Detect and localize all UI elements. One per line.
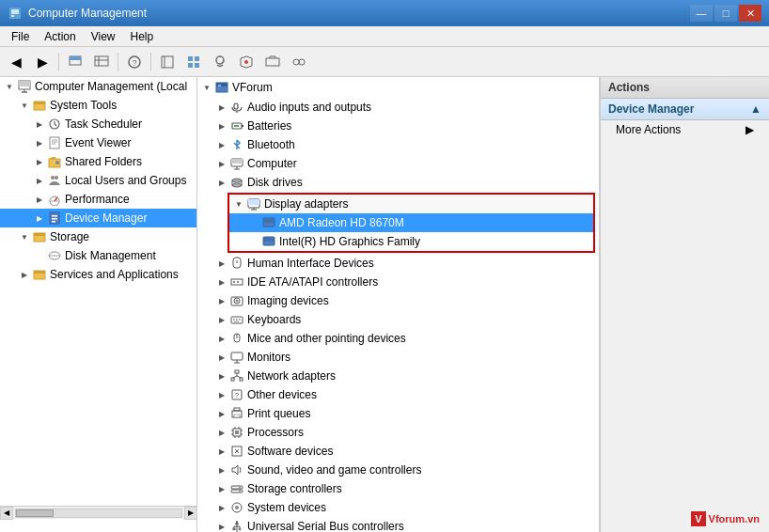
tree-imaging[interactable]: ▶ Imaging devices bbox=[197, 291, 599, 310]
tree-disk-management[interactable]: ▶ Disk Management bbox=[0, 246, 196, 265]
minimize-button[interactable]: — bbox=[690, 5, 713, 22]
tree-event-viewer[interactable]: ▶ Event Viewer bbox=[0, 133, 196, 152]
root-expand-arrow: ▼ bbox=[2, 79, 17, 94]
print-icon bbox=[229, 406, 244, 421]
monitors-label: Monitors bbox=[247, 351, 290, 364]
left-scroll-thumb[interactable] bbox=[16, 509, 54, 517]
menu-help[interactable]: Help bbox=[123, 28, 162, 45]
menu-view[interactable]: View bbox=[84, 28, 123, 45]
imaging-label: Imaging devices bbox=[247, 294, 329, 307]
tree-amd-radeon[interactable]: ▶ AMD Radeon HD 8670M bbox=[229, 213, 593, 232]
tree-vforum-root[interactable]: ▼ VForum bbox=[197, 77, 599, 98]
tree-network[interactable]: ▶ Network adapters bbox=[197, 367, 599, 385]
tree-computer[interactable]: ▶ Computer bbox=[197, 154, 599, 173]
left-scroll-track[interactable] bbox=[15, 509, 182, 518]
more-actions-arrow: ▶ bbox=[745, 123, 754, 136]
amd-expand: ▶ bbox=[246, 215, 261, 230]
toolbar-btn-4[interactable] bbox=[234, 51, 259, 73]
tree-storage[interactable]: ▼ Storage bbox=[0, 227, 196, 246]
tree-processors[interactable]: ▶ Processors bbox=[197, 423, 599, 442]
toolbar-btn-5[interactable] bbox=[260, 51, 285, 73]
actions-collapse-icon[interactable]: ▲ bbox=[750, 102, 761, 116]
services-arrow: ▶ bbox=[17, 267, 32, 282]
tree-storage-controllers[interactable]: ▶ Storage controllers bbox=[197, 479, 599, 498]
usb-label: Universal Serial Bus controllers bbox=[247, 520, 404, 532]
tree-display-adapters[interactable]: ▼ Display adapters bbox=[229, 195, 593, 213]
maximize-button[interactable]: □ bbox=[714, 5, 737, 22]
amd-radeon-label: AMD Radeon HD 8670M bbox=[279, 216, 404, 229]
disk-management-icon bbox=[47, 248, 62, 263]
left-scroll-right[interactable]: ▶ bbox=[184, 507, 197, 520]
menu-bar: File Action View Help bbox=[0, 26, 769, 47]
up-button[interactable] bbox=[63, 51, 87, 73]
tree-batteries[interactable]: ▶ Batteries bbox=[197, 117, 599, 135]
tree-shared-folders[interactable]: ▶ Shared Folders bbox=[0, 152, 196, 171]
svg-rect-94 bbox=[231, 378, 234, 381]
show-button[interactable] bbox=[89, 51, 114, 73]
tree-mice[interactable]: ▶ Mice and other pointing devices bbox=[197, 329, 599, 348]
svg-rect-1 bbox=[11, 9, 19, 14]
toolbar-btn-2[interactable] bbox=[181, 51, 206, 73]
more-actions-item[interactable]: More Actions ▶ bbox=[601, 120, 769, 139]
back-button[interactable]: ◀ bbox=[4, 51, 28, 73]
tree-software-devices[interactable]: ▶ Software devices bbox=[197, 442, 599, 461]
tree-device-manager[interactable]: ▶ Device Manager bbox=[0, 209, 196, 227]
tree-root[interactable]: ▼ Computer Management (Local bbox=[0, 77, 196, 96]
tree-audio[interactable]: ▶ Audio inputs and outputs bbox=[197, 98, 599, 117]
toolbar-btn-6[interactable] bbox=[287, 51, 311, 73]
svg-point-17 bbox=[244, 60, 248, 64]
task-scheduler-icon bbox=[47, 117, 62, 132]
shared-folders-label: Shared Folders bbox=[65, 155, 142, 168]
watermark: V Vforum.vn bbox=[691, 511, 760, 526]
tree-monitors[interactable]: ▶ Monitors bbox=[197, 348, 599, 367]
tree-services[interactable]: ▶ Services and Applications bbox=[0, 265, 196, 284]
hid-icon bbox=[229, 256, 244, 271]
hid-expand: ▶ bbox=[214, 256, 229, 271]
svg-rect-18 bbox=[266, 58, 279, 66]
left-scrollbar[interactable]: ◀ ▶ bbox=[0, 506, 197, 519]
other-expand: ▶ bbox=[214, 387, 229, 402]
tree-usb[interactable]: ▶ Universal Serial Bus controllers bbox=[197, 517, 599, 532]
svg-rect-102 bbox=[234, 408, 240, 411]
svg-rect-59 bbox=[234, 125, 239, 127]
menu-action[interactable]: Action bbox=[37, 28, 83, 45]
tree-performance[interactable]: ▶ Performance bbox=[0, 190, 196, 209]
tree-other-devices[interactable]: ▶ ? Other devices bbox=[197, 385, 599, 404]
svg-point-19 bbox=[293, 59, 299, 65]
tree-print[interactable]: ▶ Print queues bbox=[197, 404, 599, 423]
tree-hid[interactable]: ▶ Human Interface Devices bbox=[197, 254, 599, 273]
tree-system-tools[interactable]: ▼ System Tools bbox=[0, 96, 196, 115]
toolbar-separator-3 bbox=[150, 53, 151, 71]
svg-rect-47 bbox=[34, 233, 45, 236]
svg-rect-4 bbox=[70, 56, 81, 60]
network-label: Network adapters bbox=[247, 369, 336, 383]
tree-local-users[interactable]: ▶ Local Users and Groups bbox=[0, 171, 196, 190]
toolbar-btn-3[interactable] bbox=[208, 51, 232, 73]
toolbar-btn-1[interactable] bbox=[155, 51, 180, 73]
vforum-expand: ▼ bbox=[199, 80, 214, 95]
help-button[interactable]: ? bbox=[122, 51, 147, 73]
shared-folders-arrow: ▶ bbox=[32, 154, 47, 169]
disk-drives-label: Disk drives bbox=[247, 176, 303, 189]
tree-keyboards[interactable]: ▶ Keyboards bbox=[197, 310, 599, 329]
forward-button[interactable]: ▶ bbox=[30, 51, 55, 73]
tree-disk-drives[interactable]: ▶ Disk drives bbox=[197, 173, 599, 192]
svg-line-97 bbox=[233, 376, 238, 378]
batteries-expand: ▶ bbox=[214, 118, 229, 133]
mice-expand: ▶ bbox=[214, 331, 229, 346]
computer2-icon bbox=[229, 156, 244, 171]
storage-ctrl-icon bbox=[229, 481, 244, 496]
tree-sound[interactable]: ▶ Sound, video and game controllers bbox=[197, 461, 599, 479]
menu-file[interactable]: File bbox=[4, 28, 37, 45]
sound-label: Sound, video and game controllers bbox=[247, 463, 421, 477]
close-button[interactable]: ✕ bbox=[739, 5, 761, 22]
svg-line-40 bbox=[55, 197, 57, 201]
tree-bluetooth[interactable]: ▶ Bluetooth bbox=[197, 135, 599, 154]
processors-label: Processors bbox=[247, 426, 304, 439]
svg-line-30 bbox=[55, 124, 56, 126]
tree-system-devices[interactable]: ▶ System devices bbox=[197, 498, 599, 517]
tree-ide[interactable]: ▶ IDE ATA/ATAPI controllers bbox=[197, 273, 599, 291]
left-scroll-left[interactable]: ◀ bbox=[0, 507, 13, 520]
tree-task-scheduler[interactable]: ▶ Task Scheduler bbox=[0, 115, 196, 133]
tree-intel-hd[interactable]: ▶ Intel(R) HD Graphics Family bbox=[229, 232, 593, 251]
